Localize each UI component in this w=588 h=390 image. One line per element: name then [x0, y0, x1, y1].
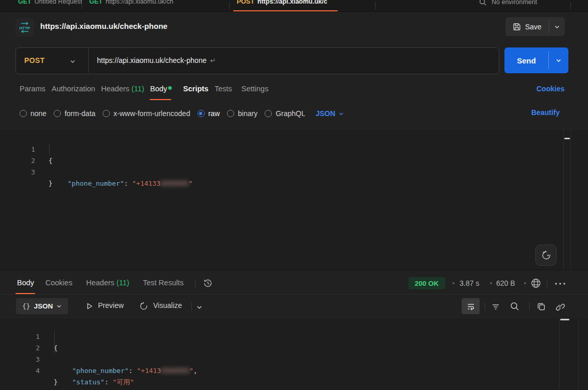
- request-tab-active[interactable]: POSThttps://api.xiaomu.uk/c: [237, 0, 327, 8]
- radio-urlencoded[interactable]: x-www-form-urlencoded: [103, 109, 190, 118]
- tab-headers-label: Headers: [86, 279, 115, 287]
- wrap-text-button[interactable]: [462, 298, 480, 314]
- format-label: JSON: [34, 302, 53, 310]
- response-tabs-border: [0, 294, 588, 295]
- tab-headers[interactable]: Headers (11): [101, 85, 144, 93]
- response-tab-body[interactable]: Body: [17, 279, 34, 287]
- response-tab-cookies[interactable]: Cookies: [45, 279, 72, 287]
- toolbar-chevron-down-icon[interactable]: [196, 304, 203, 311]
- token: :: [124, 180, 133, 187]
- method-chevron-down-icon[interactable]: [70, 58, 76, 64]
- radio-circle: [20, 110, 27, 117]
- radio-label: binary: [238, 109, 257, 118]
- body-type-options: none form-data x-www-form-urlencoded raw…: [20, 106, 344, 121]
- search-icon[interactable]: [479, 0, 487, 6]
- line-number: 3: [0, 167, 35, 178]
- divider: [485, 302, 485, 311]
- radio-label: GraphQL: [275, 109, 305, 118]
- tab-params[interactable]: Params: [20, 85, 45, 93]
- link-icon[interactable]: [555, 302, 565, 312]
- radio-binary[interactable]: binary: [227, 109, 257, 118]
- radio-none[interactable]: none: [20, 109, 46, 118]
- code-line: 3 "status": "可用": [0, 343, 567, 354]
- scrollbar-thumb[interactable]: [564, 138, 570, 139]
- workspace-tab-bar: GETUntitled Request GEThttps://api.xiaom…: [0, 0, 588, 12]
- method-badge-get: GET: [18, 0, 31, 5]
- globe-network-icon[interactable]: [530, 278, 542, 289]
- tab-label: https://api.xiaomu.uk/c: [257, 0, 327, 5]
- tab-headers-label: Headers: [101, 85, 129, 93]
- token: }: [48, 178, 53, 189]
- visualize-sparkle-icon[interactable]: [139, 301, 149, 311]
- preview-play-icon[interactable]: [86, 302, 93, 310]
- request-tab-untitled[interactable]: GETUntitled Request: [18, 0, 82, 8]
- json-value: ": [189, 180, 193, 187]
- send-options-button[interactable]: [549, 47, 568, 73]
- indent-guide: [54, 331, 55, 343]
- tab-body[interactable]: Body: [150, 85, 167, 93]
- enter-hint: ↵: [210, 57, 216, 64]
- json-key: "phone_number": [68, 180, 124, 187]
- filter-icon[interactable]: [491, 302, 500, 312]
- divider: [195, 280, 195, 288]
- format-selector[interactable]: JSON: [316, 109, 344, 118]
- send-button[interactable]: Send: [504, 47, 548, 73]
- body-modified-dot: [168, 86, 172, 90]
- tab-tests[interactable]: Tests: [215, 85, 232, 93]
- save-button[interactable]: Save: [505, 17, 549, 36]
- active-tab-underline: [233, 10, 338, 11]
- code-line: 3 }: [0, 155, 567, 167]
- radio-label: raw: [208, 109, 220, 118]
- response-tab-test-results[interactable]: Test Results: [143, 279, 184, 287]
- copy-icon[interactable]: [536, 302, 546, 312]
- section-divider[interactable]: [0, 270, 588, 270]
- token: }: [54, 377, 58, 388]
- save-options-button[interactable]: [549, 17, 565, 36]
- json-value: ": [189, 367, 193, 375]
- response-body-viewer[interactable]: 1 { 2 "phone_number": "+14130000000", 3 …: [0, 319, 588, 390]
- scrollbar-gutter: [563, 129, 564, 270]
- code-line: 1 {: [0, 320, 567, 331]
- more-options-icon[interactable]: [554, 282, 566, 286]
- visualize-button[interactable]: Visualize: [153, 301, 182, 310]
- response-format-selector[interactable]: {} JSON: [16, 298, 68, 314]
- code-line: 2 "phone_number": "+14130000000",: [0, 331, 567, 343]
- tab-authorization[interactable]: Authorization: [52, 85, 95, 93]
- json-value: "可用": [112, 378, 134, 386]
- environment-selector[interactable]: No environment: [492, 0, 537, 8]
- token: :: [129, 367, 137, 375]
- redacted-value: 0000000: [160, 180, 189, 187]
- divider: [529, 302, 530, 311]
- radio-form-data[interactable]: form-data: [54, 109, 95, 118]
- request-tab-2[interactable]: GEThttps://api.xiaomu.uk/ch: [89, 0, 173, 8]
- chevron-down-icon: [556, 57, 562, 63]
- send-button-group: Send: [504, 47, 568, 73]
- url-input[interactable]: https://api.xiaomu.uk/check-phone↵: [97, 56, 216, 64]
- status-badge: 200 OK: [409, 277, 445, 289]
- token: ,: [193, 367, 198, 375]
- format-label: JSON: [316, 109, 335, 118]
- tab-scripts[interactable]: Scripts: [183, 85, 208, 93]
- code-line: 2 "phone_number": "+141330000000": [0, 144, 567, 155]
- json-value: "+14133: [132, 180, 160, 187]
- response-tab-headers[interactable]: Headers (11): [86, 279, 129, 287]
- divider: [191, 302, 192, 311]
- method-selector[interactable]: POST: [24, 56, 45, 64]
- search-response-icon[interactable]: [510, 301, 520, 312]
- beautify-link[interactable]: Beautify: [531, 108, 560, 117]
- headers-count: (11): [132, 85, 144, 93]
- radio-raw[interactable]: raw: [198, 109, 220, 118]
- chevron-down-icon: [56, 303, 62, 309]
- history-icon[interactable]: [203, 278, 213, 288]
- indent-guide: [54, 343, 55, 354]
- cookies-link[interactable]: Cookies: [536, 85, 564, 93]
- method-badge-post: POST: [237, 0, 254, 5]
- request-body-editor[interactable]: 1 { 2 "phone_number": "+141330000000" 3 …: [0, 129, 588, 270]
- radio-graphql[interactable]: GraphQL: [265, 109, 305, 118]
- topbar-divider: [570, 2, 571, 9]
- tab-settings[interactable]: Settings: [241, 85, 268, 93]
- postbot-button[interactable]: [535, 245, 557, 266]
- code-line: 4 }: [0, 354, 567, 365]
- scrollbar-thumb[interactable]: [560, 319, 569, 320]
- preview-button[interactable]: Preview: [98, 301, 124, 310]
